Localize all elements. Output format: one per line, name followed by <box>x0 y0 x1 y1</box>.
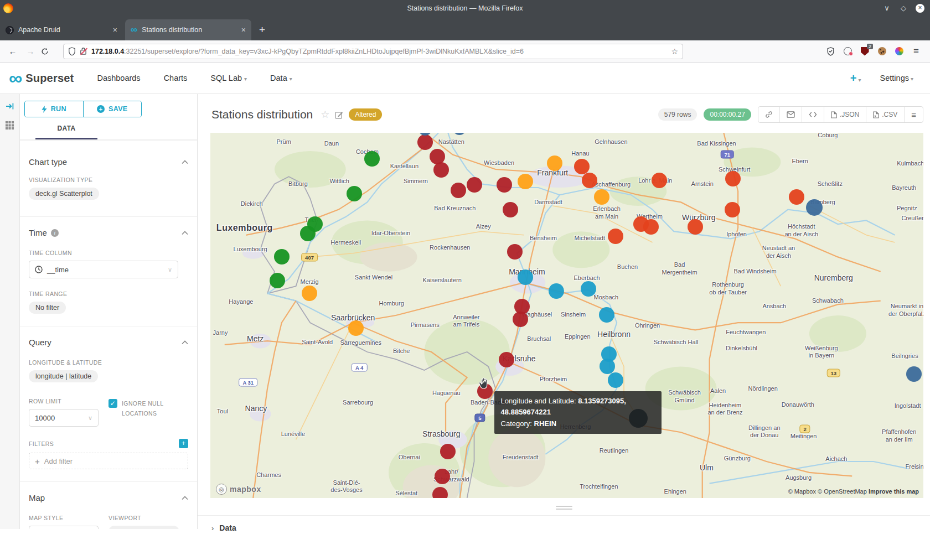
map-data-point-darkred[interactable] <box>432 487 448 498</box>
viz-type-value[interactable]: deck.gl Scatterplot <box>29 188 99 200</box>
back-button[interactable]: ← <box>6 46 20 56</box>
tracking-protection-icon[interactable] <box>825 46 835 56</box>
time-range-value[interactable]: No filter <box>29 302 66 314</box>
map-data-point-steel[interactable] <box>906 366 922 382</box>
ignore-null-checkbox[interactable]: ✓ <box>108 399 117 408</box>
row-limit-select[interactable]: 10000 ∨ <box>29 409 99 427</box>
export-json-button[interactable]: .JSON <box>824 107 866 122</box>
cookie-addon-icon[interactable] <box>877 46 887 56</box>
map-data-point-orange[interactable] <box>348 320 364 336</box>
new-tab-button[interactable]: + <box>259 24 265 36</box>
tab-close-icon[interactable]: × <box>241 25 246 34</box>
window-close-button[interactable]: × <box>916 4 924 13</box>
map-data-point-green[interactable] <box>270 273 285 288</box>
map-data-point-orange[interactable] <box>518 174 533 189</box>
nav-data[interactable]: Data▾ <box>270 74 292 82</box>
time-column-select[interactable]: __time ∨ <box>29 261 178 278</box>
forward-button[interactable]: → <box>23 46 38 56</box>
map-data-point-red[interactable] <box>789 189 804 205</box>
expand-datasource-icon[interactable] <box>6 102 14 111</box>
ublock-icon[interactable]: 2 <box>860 46 870 56</box>
map-data-point-darkred[interactable] <box>440 444 456 459</box>
map-data-point-red[interactable] <box>652 173 667 188</box>
map-data-point-cyan[interactable] <box>600 359 615 374</box>
settings-menu[interactable]: Settings▾ <box>880 74 913 82</box>
dataset-grid-icon[interactable] <box>5 121 14 130</box>
map-data-point-steel[interactable] <box>806 199 823 216</box>
url-bar[interactable]: 172.18.0.4:32251/superset/explore/?form_… <box>63 44 683 59</box>
map-style-select[interactable]: Outdoors ∨ <box>29 526 99 529</box>
mapbox-logo[interactable]: ◎ mapbox <box>216 484 261 495</box>
export-csv-button[interactable]: .CSV <box>866 107 904 122</box>
map-data-point-darkred[interactable] <box>433 162 449 178</box>
map-data-point-red[interactable] <box>643 219 659 235</box>
map-data-point-orange[interactable] <box>547 155 562 171</box>
tab-apache-druid[interactable]: Apache Druid × <box>0 19 123 40</box>
map-data-point-steel[interactable] <box>453 133 466 135</box>
superset-logo[interactable]: ∞ Superset <box>9 70 74 86</box>
map-data-point-red[interactable] <box>608 229 623 244</box>
map-data-point-cyan[interactable] <box>599 307 614 323</box>
tab-close-icon[interactable]: × <box>113 25 117 34</box>
menu-hamburger-icon[interactable]: ≡ <box>911 46 921 56</box>
viewport-value[interactable]: 8° 46' 45.28" | 49… <box>108 526 179 529</box>
map-data-point-cyan[interactable] <box>581 281 596 297</box>
new-item-button[interactable]: +▾ <box>850 72 861 85</box>
window-maximize-button[interactable]: ◇ <box>899 4 908 12</box>
section-header-query[interactable]: Query <box>29 338 188 347</box>
map-data-point-orange[interactable] <box>302 286 317 301</box>
more-options-button[interactable]: ≡ <box>904 107 923 122</box>
map-data-point-darkred[interactable] <box>513 312 528 327</box>
map-data-point-darkred[interactable] <box>503 202 518 217</box>
map-data-point-red[interactable] <box>725 202 740 217</box>
nav-sql-lab[interactable]: SQL Lab▾ <box>210 74 247 82</box>
map-data-point-darkred[interactable] <box>417 134 433 150</box>
favorite-star-icon[interactable]: ☆ <box>321 108 329 121</box>
deckgl-map[interactable]: PrümDaunNastättenGelnhausenBad Kissingen… <box>210 133 923 498</box>
email-button[interactable] <box>779 107 802 122</box>
tab-data[interactable]: DATA <box>35 125 97 139</box>
map-data-point-darkred[interactable] <box>497 177 512 193</box>
map-data-point-green[interactable] <box>274 249 290 265</box>
url-text[interactable]: 172.18.0.4:32251/superset/explore/?form_… <box>91 48 667 55</box>
map-data-point-darkred[interactable] <box>507 244 523 260</box>
run-button[interactable]: RUN <box>25 101 83 117</box>
container-mask-icon[interactable] <box>843 46 852 56</box>
save-button[interactable]: + SAVE <box>83 101 142 117</box>
lonlat-value[interactable]: longitude | latitude <box>29 370 98 382</box>
share-link-button[interactable] <box>758 107 779 122</box>
section-header-map[interactable]: Map <box>29 493 188 502</box>
reload-button[interactable] <box>41 48 55 55</box>
map-data-point-green[interactable] <box>347 186 362 201</box>
edit-properties-icon[interactable] <box>335 111 343 119</box>
map-data-point-darkred[interactable] <box>451 183 466 198</box>
map-data-point-red[interactable] <box>725 171 741 186</box>
map-data-point-green[interactable] <box>364 151 380 167</box>
improve-map-link[interactable]: Improve this map <box>869 488 919 495</box>
map-data-point-orange[interactable] <box>594 189 609 205</box>
section-header-time[interactable]: Time i <box>29 228 188 237</box>
panel-resize-handle[interactable] <box>556 506 572 510</box>
map-data-point-darkred[interactable] <box>467 177 482 193</box>
shield-icon[interactable] <box>68 47 76 56</box>
map-data-point-cyan[interactable] <box>608 372 623 388</box>
map-data-point-darkred[interactable] <box>435 469 450 484</box>
add-filter-plus-button[interactable]: + <box>179 439 188 448</box>
data-panel-toggle[interactable]: › Data <box>198 515 930 532</box>
map-data-point-cyan[interactable] <box>518 269 533 285</box>
map-data-point-green[interactable] <box>300 226 316 241</box>
insecure-lock-icon[interactable] <box>80 47 87 56</box>
add-filter-box[interactable]: + Add filter <box>29 453 188 469</box>
embed-code-button[interactable] <box>802 107 824 122</box>
map-data-point-darkred[interactable] <box>499 352 514 367</box>
map-data-point-red[interactable] <box>688 219 703 235</box>
nav-charts[interactable]: Charts <box>164 74 188 82</box>
section-header-chart-type[interactable]: Chart type <box>29 157 188 167</box>
colorful-addon-icon[interactable] <box>894 46 904 56</box>
tab-stations-distribution[interactable]: ∞ Stations distribution × <box>125 19 251 40</box>
map-data-point-cyan[interactable] <box>549 283 564 299</box>
nav-dashboards[interactable]: Dashboards <box>97 74 140 82</box>
map-data-point-red[interactable] <box>582 173 597 188</box>
bookmark-star-icon[interactable]: ☆ <box>671 47 678 56</box>
map-data-point-red[interactable] <box>574 159 590 174</box>
